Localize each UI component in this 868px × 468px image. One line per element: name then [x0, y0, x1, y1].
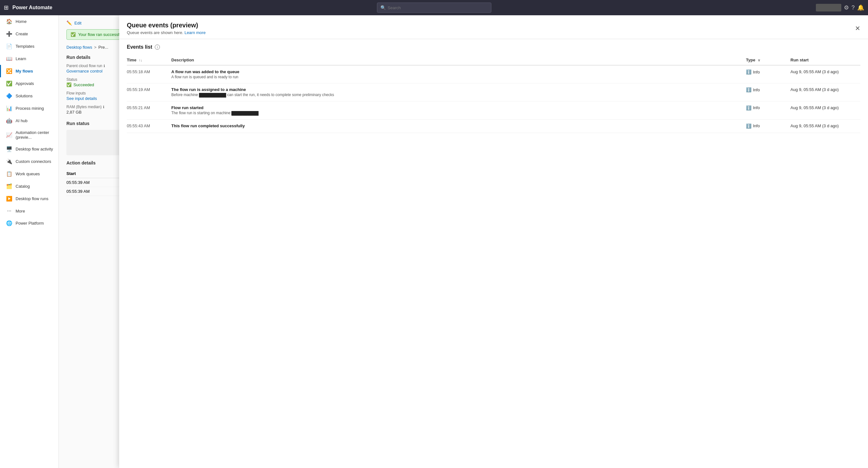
sidebar-item-desktop-flow-runs[interactable]: ▶️ Desktop flow runs: [0, 193, 59, 205]
type-badge: ℹ️Info: [746, 87, 760, 92]
info-circle-icon: ℹ️: [746, 87, 751, 92]
type-label: Info: [753, 87, 760, 92]
time-col-header[interactable]: Time ↑↓: [127, 55, 171, 65]
panel-body: Events list i Time ↑↓ Description: [119, 39, 868, 468]
time-sort-icon[interactable]: ↑↓: [139, 58, 143, 62]
search-icon: 🔍: [380, 5, 386, 10]
sidebar: 🏠 Home ➕ Create 📄 Templates 📖 Learn 🔀 My…: [0, 15, 59, 468]
sidebar-item-ai-hub[interactable]: 🤖 AI hub: [0, 115, 59, 127]
catalog-icon: 🗂️: [6, 183, 12, 189]
topbar-actions: ⚙ ? 🔔: [816, 4, 864, 11]
home-icon: 🏠: [6, 19, 12, 25]
work-queues-icon: 📋: [6, 171, 12, 177]
type-label: Info: [753, 105, 760, 110]
event-runstart-2: Aug 9, 05:55 AM (3 d ago): [790, 101, 860, 119]
event-desc-title-0: A flow run was added to the queue: [171, 69, 742, 74]
info-circle-icon: ℹ️: [746, 69, 751, 75]
event-row: 05:55:43 AMThis flow run completed succe…: [127, 119, 860, 133]
my-flows-icon: 🔀: [6, 68, 12, 74]
search-input[interactable]: [388, 5, 488, 10]
sidebar-item-automation-center[interactable]: 📈 Automation center (previe...: [0, 127, 59, 143]
sidebar-item-process-mining[interactable]: 📊 Process mining: [0, 102, 59, 115]
user-avatar: [816, 4, 841, 11]
event-row: 05:55:19 AMThe flow run is assigned to a…: [127, 83, 860, 101]
learn-icon: 📖: [6, 56, 12, 62]
event-time-3: 05:55:43 AM: [127, 119, 171, 133]
event-desc-title-1: The flow run is assigned to a machine: [171, 87, 742, 92]
queue-events-panel: Queue events (preview) Queue events are …: [119, 15, 868, 468]
events-list-title: Events list: [127, 44, 152, 50]
learn-more-link[interactable]: Learn more: [184, 30, 205, 35]
panel-header: Queue events (preview) Queue events are …: [119, 15, 868, 39]
process-mining-icon: 📊: [6, 105, 12, 111]
info-circle-icon: ℹ️: [746, 105, 751, 110]
content-area: ✏️ Edit ✅ Your flow ran successfully. De…: [59, 15, 868, 468]
events-table: Time ↑↓ Description Type ∨ Run: [127, 55, 860, 133]
success-check-icon: ✅: [66, 82, 71, 87]
sidebar-item-templates[interactable]: 📄 Templates: [0, 40, 59, 53]
redacted-text: ██████████: [231, 111, 258, 116]
sidebar-item-desktop-flow-activity[interactable]: 🖥️ Desktop flow activity: [0, 143, 59, 155]
sidebar-item-approvals[interactable]: ✅ Approvals: [0, 77, 59, 90]
type-badge: ℹ️Info: [746, 123, 760, 128]
approvals-icon: ✅: [6, 81, 12, 87]
event-type-2: ℹ️Info: [746, 101, 790, 119]
event-runstart-1: Aug 9, 05:55 AM (3 d ago): [790, 83, 860, 101]
event-type-3: ℹ️Info: [746, 119, 790, 133]
sidebar-item-create[interactable]: ➕ Create: [0, 28, 59, 40]
sidebar-item-custom-connectors[interactable]: 🔌 Custom connectors: [0, 155, 59, 168]
event-time-2: 05:55:21 AM: [127, 101, 171, 119]
event-desc-body-2: The flow run is starting on machine ████…: [171, 111, 742, 116]
automation-center-icon: 📈: [6, 132, 12, 138]
info-icon: ℹ: [103, 64, 105, 68]
edit-icon: ✏️: [66, 20, 72, 25]
type-col-header[interactable]: Type ∨: [746, 55, 790, 65]
event-type-1: ℹ️Info: [746, 83, 790, 101]
search-box[interactable]: 🔍: [377, 3, 491, 13]
event-row: 05:55:18 AMA flow run was added to the q…: [127, 65, 860, 83]
event-row: 05:55:21 AMFlow run startedThe flow run …: [127, 101, 860, 119]
brand-name: Power Automate: [12, 5, 53, 10]
event-desc-1: The flow run is assigned to a machineBef…: [171, 83, 746, 101]
panel-subtitle: Queue events are shown here. Learn more: [127, 30, 206, 35]
templates-icon: 📄: [6, 43, 12, 49]
event-runstart-0: Aug 9, 05:55 AM (3 d ago): [790, 65, 860, 83]
redacted-text: ██████████: [199, 93, 226, 97]
settings-icon[interactable]: ⚙: [844, 4, 849, 11]
sidebar-item-home[interactable]: 🏠 Home: [0, 15, 59, 28]
solutions-icon: 🔷: [6, 93, 12, 99]
event-type-0: ℹ️Info: [746, 65, 790, 83]
success-icon: ✅: [70, 32, 75, 37]
sidebar-item-work-queues[interactable]: 📋 Work queues: [0, 168, 59, 180]
info-circle-icon: ℹ️: [746, 123, 751, 128]
event-desc-body-0: A flow run is queued and is ready to run: [171, 75, 742, 79]
sidebar-item-more[interactable]: ··· More: [0, 205, 59, 217]
event-desc-3: This flow run completed successfully: [171, 119, 746, 133]
event-desc-title-3: This flow run completed successfully: [171, 123, 742, 128]
event-desc-title-2: Flow run started: [171, 105, 742, 110]
events-list-header: Events list i: [127, 44, 860, 50]
type-sort-icon[interactable]: ∨: [758, 58, 760, 62]
events-list-info-icon[interactable]: i: [155, 45, 160, 50]
event-desc-0: A flow run was added to the queueA flow …: [171, 65, 746, 83]
close-button[interactable]: ✕: [855, 25, 860, 31]
panel-title: Queue events (preview): [127, 22, 206, 29]
sidebar-item-my-flows[interactable]: 🔀 My flows: [0, 65, 59, 77]
desktop-flow-activity-icon: 🖥️: [6, 146, 12, 152]
topbar: ⊞ Power Automate 🔍 ⚙ ? 🔔: [0, 0, 868, 15]
sidebar-item-power-platform[interactable]: 🌐 Power Platform: [0, 217, 59, 229]
event-desc-2: Flow run startedThe flow run is starting…: [171, 101, 746, 119]
create-icon: ➕: [6, 31, 12, 37]
help-icon[interactable]: ?: [851, 4, 855, 11]
grid-icon[interactable]: ⊞: [4, 4, 8, 11]
desktop-flow-runs-icon: ▶️: [6, 196, 12, 202]
type-label: Info: [753, 70, 760, 75]
ai-hub-icon: 🤖: [6, 118, 12, 124]
sidebar-item-solutions[interactable]: 🔷 Solutions: [0, 90, 59, 102]
sidebar-item-catalog[interactable]: 🗂️ Catalog: [0, 180, 59, 193]
event-desc-body-1: Before machine ██████████ can start the …: [171, 93, 742, 97]
sidebar-item-learn[interactable]: 📖 Learn: [0, 53, 59, 65]
panel-header-text: Queue events (preview) Queue events are …: [127, 22, 206, 35]
event-time-1: 05:55:19 AM: [127, 83, 171, 101]
notifications-icon[interactable]: 🔔: [857, 4, 864, 11]
